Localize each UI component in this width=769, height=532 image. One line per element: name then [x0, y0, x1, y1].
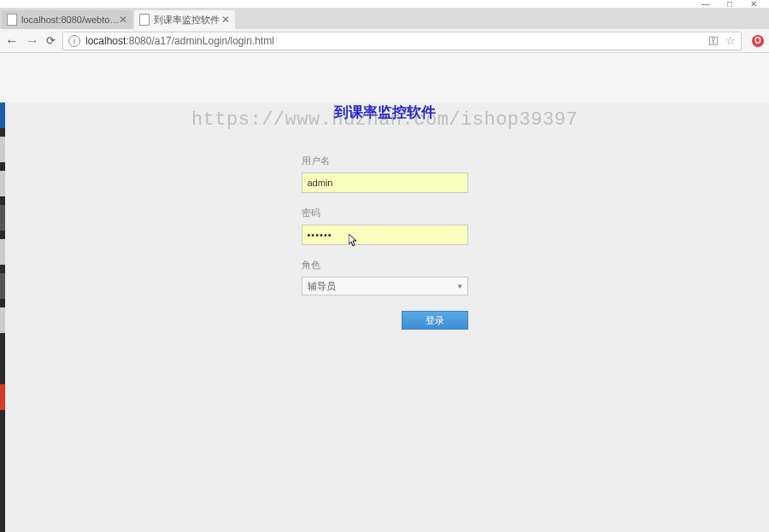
role-select[interactable]: 辅导员	[302, 277, 468, 295]
document-icon	[7, 14, 17, 26]
browser-tab-2[interactable]: 到课率监控软件 ✕	[134, 10, 235, 29]
username-input[interactable]	[302, 172, 468, 193]
back-button[interactable]: ←	[5, 33, 19, 49]
page-title: 到课率监控软件	[0, 102, 769, 122]
bookmark-star-icon[interactable]: ☆	[725, 34, 736, 47]
site-info-icon[interactable]: i	[68, 35, 80, 47]
url-path: :8080/a17/adminLogin/login.html	[126, 35, 273, 47]
reload-button[interactable]: ⟳	[46, 34, 56, 47]
window-maximize-button[interactable]: □	[718, 1, 742, 8]
browser-tab-1[interactable]: localhost:8080/webto… ✕	[2, 10, 132, 29]
password-label: 密码	[302, 207, 468, 219]
window-controls: — □ ✕	[0, 0, 769, 9]
extension-adblock-icon[interactable]: O	[752, 35, 764, 47]
left-edge-strip	[0, 102, 5, 532]
window-minimize-button[interactable]: —	[694, 1, 718, 8]
password-input[interactable]	[302, 225, 468, 245]
role-label: 角色	[302, 259, 468, 272]
login-button[interactable]: 登录	[402, 311, 468, 330]
document-icon	[139, 14, 150, 26]
window-close-button[interactable]: ✕	[742, 1, 766, 8]
tab-close-icon[interactable]: ✕	[119, 14, 127, 26]
password-key-icon[interactable]: ⚿	[708, 35, 719, 47]
tab-title: 到课率监控软件	[154, 14, 220, 26]
tab-close-icon[interactable]: ✕	[221, 14, 230, 26]
page-content: https://www.huzhan.com/ishop39397 到课率监控软…	[0, 102, 769, 532]
browser-tab-bar: localhost:8080/webto… ✕ 到课率监控软件 ✕	[0, 9, 769, 29]
role-select-value: 辅导员	[308, 280, 336, 293]
login-form: 用户名 密码 角色 辅导员 登录	[302, 155, 468, 330]
url-host: localhost	[85, 35, 126, 47]
browser-toolbar: ← → ⟳ i localhost:8080/a17/adminLogin/lo…	[0, 29, 769, 53]
tab-title: localhost:8080/webto…	[21, 15, 119, 25]
new-tab-button[interactable]	[240, 12, 259, 29]
forward-button[interactable]: →	[26, 33, 39, 49]
address-bar[interactable]: i localhost:8080/a17/adminLogin/login.ht…	[62, 32, 742, 50]
username-label: 用户名	[302, 155, 468, 167]
